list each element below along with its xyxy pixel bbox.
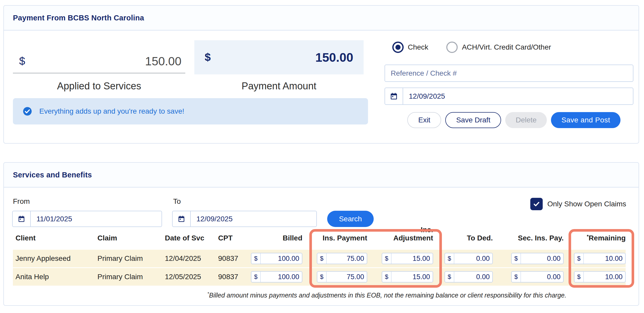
services-card-title: Services and Benefits xyxy=(13,171,92,179)
sec-ins-pay-value-input[interactable] xyxy=(521,272,563,282)
currency-prefix: $ xyxy=(317,253,327,264)
ins-adjustment-value-input[interactable] xyxy=(392,253,433,264)
currency-prefix: $ xyxy=(512,253,521,264)
ins-adjustment-value-input[interactable] xyxy=(392,272,433,282)
calendar-icon[interactable] xyxy=(13,211,31,226)
to-ded-value-input[interactable] xyxy=(454,253,492,264)
sec-ins-pay-value-input[interactable] xyxy=(521,253,563,264)
client-cell: Jenny Appleseed xyxy=(13,254,97,263)
column-header-to-ded: To Ded. xyxy=(444,234,493,242)
ins-payment-input[interactable]: $ xyxy=(317,271,367,283)
from-label: From xyxy=(13,197,30,206)
column-header-sec-ins-pay: Sec. Ins. Pay. xyxy=(511,234,564,242)
remaining-value-input[interactable] xyxy=(584,272,625,282)
check-radio[interactable] xyxy=(392,42,404,53)
check-circle-icon xyxy=(23,107,32,116)
applied-to-services-amount: $ 150.00 xyxy=(13,50,185,73)
from-date-field[interactable] xyxy=(12,211,162,227)
payment-method-group: Check ACH/Virt. Credit Card/Other xyxy=(392,42,551,53)
currency-prefix: $ xyxy=(574,272,584,282)
check-radio-option[interactable]: Check xyxy=(392,42,428,53)
to-ded-input[interactable]: $ xyxy=(444,253,493,264)
remaining-value-input[interactable] xyxy=(584,253,625,264)
calendar-icon[interactable] xyxy=(173,211,191,226)
currency-prefix: $ xyxy=(382,253,392,264)
billed-value-input[interactable] xyxy=(261,272,302,282)
search-button[interactable]: Search xyxy=(327,211,374,227)
to-ded-input[interactable]: $ xyxy=(444,271,493,283)
footnote: *Billed amount minus payments and adjust… xyxy=(140,291,633,299)
ins-payment-value-input[interactable] xyxy=(327,272,367,282)
to-ded-value-input[interactable] xyxy=(454,272,492,282)
applied-to-services-label: Applied to Services xyxy=(13,81,185,92)
table-row: Jenny Appleseed Primary Claim 12/04/2025… xyxy=(13,250,626,267)
open-claims-checkbox[interactable] xyxy=(530,198,543,210)
action-buttons: Exit Save Draft Delete Save and Post xyxy=(407,112,620,128)
payment-date-field[interactable] xyxy=(385,88,633,105)
success-banner: Everything adds up and you're ready to s… xyxy=(13,98,368,124)
column-header-billed: Billed xyxy=(251,234,302,242)
ach-radio-option[interactable]: ACH/Virt. Credit Card/Other xyxy=(446,42,551,53)
billed-value-input[interactable] xyxy=(261,253,302,264)
footnote-text: Billed amount minus payments and adjustm… xyxy=(209,292,566,299)
ins-payment-value-input[interactable] xyxy=(327,253,367,264)
column-header-remaining: *Remaining xyxy=(574,234,626,242)
cpt-cell: 90837 xyxy=(218,273,251,281)
services-card-header: Services and Benefits xyxy=(4,163,639,187)
save-draft-button[interactable]: Save Draft xyxy=(445,112,501,128)
column-header-cpt: CPT xyxy=(218,234,251,242)
currency-prefix: $ xyxy=(317,272,327,282)
ins-payment-input[interactable]: $ xyxy=(317,253,367,264)
ins-adjustment-input[interactable]: $ xyxy=(382,253,433,264)
calendar-icon[interactable] xyxy=(385,88,403,104)
only-show-open-claims[interactable]: Only Show Open Claims xyxy=(530,198,626,210)
remaining-header-text: Remaining xyxy=(589,234,626,242)
table-row: Anita Help Primary Claim 12/05/2025 9083… xyxy=(13,268,626,286)
remaining-asterisk: * xyxy=(587,234,588,239)
claim-cell: Primary Claim xyxy=(97,254,165,263)
client-cell: Anita Help xyxy=(13,273,97,281)
currency-prefix: $ xyxy=(512,272,521,282)
footnote-asterisk: * xyxy=(207,291,209,296)
date-of-svc-cell: 12/04/2025 xyxy=(165,254,218,263)
from-date-input[interactable] xyxy=(31,211,162,226)
payment-amount-label: Payment Amount xyxy=(194,81,364,92)
delete-button[interactable]: Delete xyxy=(505,112,547,128)
reference-check-input[interactable] xyxy=(385,65,633,82)
to-label: To xyxy=(173,197,181,206)
remaining-input[interactable]: $ xyxy=(574,271,626,283)
applied-amount-value: 150.00 xyxy=(145,54,181,68)
ach-radio-label: ACH/Virt. Credit Card/Other xyxy=(462,43,551,51)
payment-currency-symbol: $ xyxy=(205,51,211,64)
success-banner-text: Everything adds up and you're ready to s… xyxy=(39,107,184,115)
save-and-post-button[interactable]: Save and Post xyxy=(551,112,620,128)
applied-currency-symbol: $ xyxy=(19,55,25,67)
payment-amount-box[interactable]: $ 150.00 xyxy=(194,40,364,74)
services-card: Services and Benefits From To Search Onl… xyxy=(3,162,639,306)
remaining-input[interactable]: $ xyxy=(574,253,626,264)
currency-prefix: $ xyxy=(251,272,261,282)
ach-radio[interactable] xyxy=(446,42,458,53)
column-header-ins-payment: Ins. Payment xyxy=(317,234,367,242)
ins-adjustment-input[interactable]: $ xyxy=(382,271,433,283)
column-header-claim: Claim xyxy=(97,234,165,242)
column-header-client: Client xyxy=(13,234,97,242)
currency-prefix: $ xyxy=(382,272,392,282)
currency-prefix: $ xyxy=(574,253,584,264)
sec-ins-pay-input[interactable]: $ xyxy=(511,271,564,283)
exit-button[interactable]: Exit xyxy=(407,112,441,128)
billed-input[interactable]: $ xyxy=(251,271,302,283)
currency-prefix: $ xyxy=(251,253,261,264)
column-header-ins-adjustment: Ins. Adjustment xyxy=(382,226,433,242)
payment-date-input[interactable] xyxy=(403,88,633,104)
to-date-field[interactable] xyxy=(172,211,317,227)
date-of-svc-cell: 12/05/2025 xyxy=(165,273,218,281)
page: Payment From BCBS North Carolina $ 150.0… xyxy=(0,0,644,313)
check-radio-label: Check xyxy=(408,43,428,51)
sec-ins-pay-input[interactable]: $ xyxy=(511,253,564,264)
billed-input[interactable]: $ xyxy=(251,253,302,264)
payment-amount-value: 150.00 xyxy=(315,50,353,65)
cpt-cell: 90837 xyxy=(218,254,251,263)
to-date-input[interactable] xyxy=(191,211,316,226)
payment-card: Payment From BCBS North Carolina $ 150.0… xyxy=(3,5,639,144)
